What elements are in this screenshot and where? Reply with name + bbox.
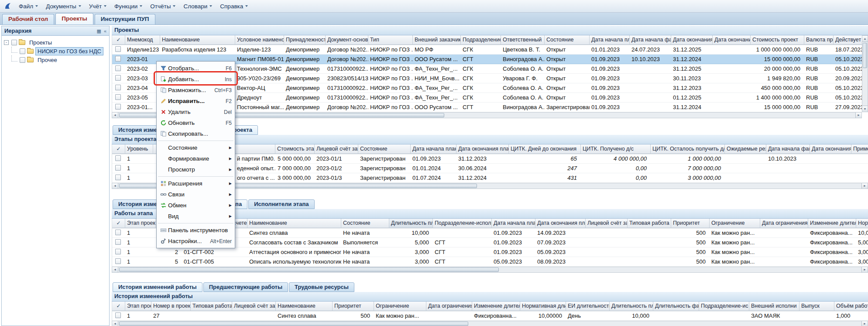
column-header[interactable]: Дата ограничения	[426, 302, 472, 311]
table-cell[interactable]: День	[566, 311, 610, 320]
column-header[interactable]: Тип	[368, 35, 413, 45]
scroll-right-icon[interactable]: ►	[861, 321, 868, 326]
menubar-item[interactable]: Справка	[216, 0, 252, 12]
table-cell[interactable]: 3,000	[389, 257, 433, 266]
column-header[interactable]: Действует с	[834, 35, 862, 45]
table-cell[interactable]: RUB	[804, 103, 834, 112]
table-cell[interactable]: 01-СГТ-005	[182, 257, 247, 266]
table-cell[interactable]: 15 000 000,00	[751, 55, 804, 64]
column-header[interactable]: Лицевой счёт затр	[586, 219, 628, 228]
column-header[interactable]: Дата начала план	[492, 219, 535, 228]
table-cell[interactable]	[851, 173, 868, 182]
context-menu-item[interactable]: Формирование▶	[157, 153, 235, 164]
column-header[interactable]: Состояние	[545, 35, 590, 45]
context-menu-item[interactable]: Расширения▶	[157, 178, 235, 189]
column-header[interactable]: Нормативная длит	[520, 302, 566, 311]
table-cell[interactable]	[851, 164, 868, 173]
collapse-expander-icon[interactable]: -	[4, 40, 9, 45]
row-checkbox[interactable]	[115, 312, 121, 318]
row-select-cell[interactable]	[112, 238, 125, 247]
table-cell[interactable]	[586, 247, 628, 257]
works-hscrollbar[interactable]: ◄ ►	[112, 267, 868, 273]
row-select-cell[interactable]	[112, 74, 125, 83]
column-header[interactable]: Номер в проекте	[151, 302, 191, 311]
table-cell[interactable]: Демопример	[284, 55, 326, 64]
context-menu-item[interactable]: Настройки...Alt+Enter	[157, 236, 235, 247]
column-header[interactable]: Внешний заказчик	[413, 35, 461, 45]
column-header[interactable]: Приоритет	[671, 219, 710, 228]
scroll-left-icon[interactable]: ◄	[112, 113, 118, 118]
tree-node-label[interactable]: Проекты	[27, 38, 54, 47]
table-cell[interactable]: 450 000 000,00	[751, 83, 804, 93]
menubar-item[interactable]: Словари	[179, 0, 216, 12]
table-cell[interactable]: 2023-01...	[125, 103, 160, 112]
table-cell[interactable]: 7 000 000,00	[275, 164, 315, 173]
table-cell[interactable]: 5,00000	[856, 238, 868, 247]
collapse-panel-icon[interactable]: «	[104, 27, 106, 35]
column-header[interactable]: Примечание	[851, 144, 868, 154]
table-cell[interactable]: Синтез сплава	[247, 228, 341, 237]
table-cell[interactable]: й партии ПМ0...	[235, 154, 275, 163]
column-header[interactable]: ЦИТК. Осталось получить д/с	[651, 144, 725, 154]
table-cell[interactable]: 31.12.2024	[671, 103, 713, 112]
table-cell[interactable]: Открыт	[545, 45, 590, 54]
table-cell[interactable]: 01.09.2023	[590, 74, 630, 83]
column-header[interactable]: Мнемокод	[125, 35, 160, 45]
table-cell[interactable]	[630, 74, 671, 83]
tree-checkbox[interactable]	[20, 57, 25, 63]
table-cell[interactable]	[713, 55, 751, 64]
select-all-header[interactable]: ✓	[112, 219, 125, 228]
table-cell[interactable]: СГТ	[433, 257, 492, 266]
table-cell[interactable]: Как можно ран...	[374, 311, 426, 320]
table-row[interactable]: 1201-СГТ-002Аттестация основного и приме…	[112, 247, 868, 257]
table-cell[interactable]: 31.12.2024	[456, 173, 509, 182]
row-select-cell[interactable]	[112, 311, 125, 320]
column-header[interactable]: Этап проекта	[125, 219, 156, 228]
table-cell[interactable]: Уварова Г. Ф.	[501, 74, 545, 83]
table-cell[interactable]: 0,00	[581, 164, 651, 173]
column-header[interactable]: Ограничение	[374, 302, 426, 311]
table-cell[interactable]	[713, 83, 751, 93]
table-cell[interactable]: 31.12.2023	[671, 83, 713, 93]
table-cell[interactable]: Не начата	[341, 257, 389, 266]
tree-node-other[interactable]: Прочее	[8, 55, 108, 64]
row-select-cell[interactable]	[112, 93, 125, 102]
context-menu-item[interactable]: Связи▶	[157, 189, 235, 200]
table-cell[interactable]	[586, 238, 628, 247]
column-header[interactable]: Выпуск	[799, 302, 834, 311]
row-select-cell[interactable]	[112, 103, 125, 112]
table-cell[interactable]: 1	[125, 311, 151, 320]
table-cell[interactable]: Как можно ран...	[710, 247, 760, 257]
table-cell[interactable]: СГТ	[461, 103, 501, 112]
table-cell[interactable]: Цветкова В. Т.	[501, 45, 545, 54]
table-cell[interactable]: Зарегистрирован	[545, 103, 590, 112]
context-menu-item[interactable]: Просмотр▶	[157, 164, 235, 175]
table-cell[interactable]: 2023-01	[125, 55, 160, 64]
table-cell[interactable]: Соболева О. А.	[501, 93, 545, 102]
table-cell[interactable]: 05.10.2023	[834, 64, 862, 73]
table-cell[interactable]	[760, 247, 808, 257]
context-menu-item[interactable]: Исправить...F2	[157, 96, 235, 106]
menubar-item[interactable]: Документы	[42, 0, 85, 12]
column-header[interactable]: Валюта проекта	[804, 35, 834, 45]
table-cell[interactable]: 65	[509, 154, 581, 163]
table-cell[interactable]: СГК	[461, 45, 501, 54]
column-header[interactable]: Длительность фак	[653, 302, 699, 311]
table-cell[interactable]: 05.09.2023	[492, 257, 535, 266]
table-cell[interactable]: ФА_Техн_Рег_...	[413, 83, 461, 93]
scroll-down-icon[interactable]: ▼	[862, 106, 868, 112]
table-cell[interactable]: 2023-01/3	[315, 173, 358, 182]
table-cell[interactable]: 20.09.2023	[834, 74, 862, 83]
table-cell[interactable]: Демопример	[284, 93, 326, 102]
table-cell[interactable]: Договор №202...	[326, 55, 368, 64]
table-cell[interactable]	[630, 83, 671, 93]
table-cell[interactable]	[713, 103, 751, 112]
projects-vscrollbar[interactable]: ▲ ▼	[862, 35, 868, 112]
table-cell[interactable]: 3,00000	[856, 247, 868, 257]
row-checkbox[interactable]	[115, 165, 121, 171]
table-cell[interactable]	[725, 164, 766, 173]
table-cell[interactable]: 01.09.2023	[590, 93, 630, 102]
row-checkbox[interactable]	[115, 249, 121, 254]
table-cell[interactable]: 1	[125, 247, 156, 257]
table-cell[interactable]: Соболева О. А.	[501, 83, 545, 93]
